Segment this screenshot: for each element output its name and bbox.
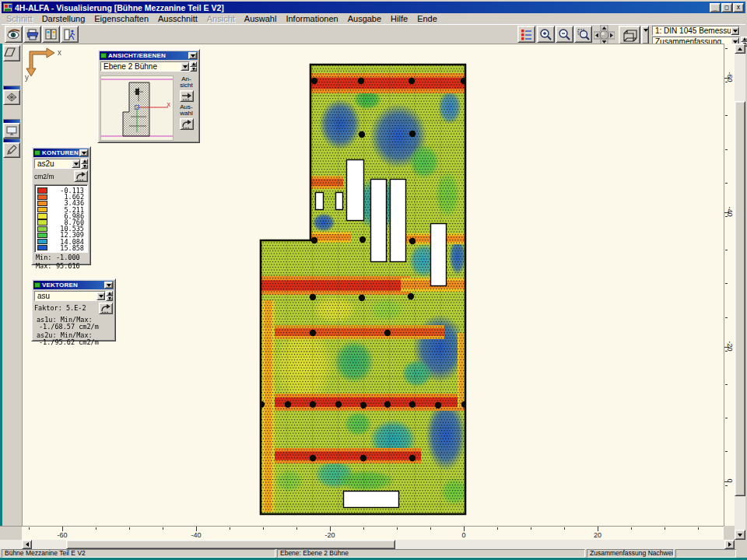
plan-thumbnail[interactable]: x (100, 75, 174, 141)
legend-row: 15.858 (37, 245, 86, 251)
printer-icon (26, 28, 40, 41)
ruler-tick (430, 527, 431, 530)
scroll-left-icon[interactable] (22, 540, 32, 549)
spinner-down-icon[interactable] (106, 296, 113, 302)
left-toolbox (2, 44, 22, 526)
app-icon[interactable] (3, 3, 12, 12)
menu-item-schnitt: Schnitt (2, 14, 37, 23)
chevron-down-icon[interactable] (96, 292, 105, 300)
kontur-spinner[interactable] (81, 159, 88, 169)
zoom-out-button[interactable] (556, 26, 573, 43)
spinner-down-icon[interactable] (81, 164, 88, 170)
scroll-down-icon[interactable] (735, 530, 745, 540)
vektor-line: -1./68.57 cm2/m (39, 324, 114, 331)
close-button[interactable]: x (733, 3, 744, 12)
ruler-tick (230, 527, 230, 530)
zoom-out-icon (558, 28, 572, 41)
ruler-label: -20 (726, 340, 734, 352)
view-3d-button[interactable] (619, 26, 640, 44)
legend-swatch (37, 226, 47, 232)
ruler-label: 20 (591, 531, 604, 539)
vektor-combo[interactable]: asu (34, 291, 106, 301)
vertical-scroll-thumb[interactable] (735, 101, 745, 496)
ebene-spinner[interactable] (190, 61, 197, 72)
panel-collapse-icon[interactable] (104, 282, 113, 289)
title-bar[interactable]: 4H-ALFA - Visualisierung [Bühne Mezzanin… (2, 2, 745, 13)
panel-title: VEKTOREN (42, 282, 104, 289)
zoom-in-button[interactable] (537, 26, 555, 43)
horizontal-scrollbar[interactable] (0, 540, 735, 549)
minimized-panel-display[interactable] (3, 119, 20, 138)
apply-view-button[interactable] (180, 90, 194, 102)
exit-button[interactable] (61, 26, 79, 43)
chevron-down-icon[interactable] (181, 62, 189, 71)
vektor-spinner[interactable] (106, 291, 113, 301)
menu-item-ausschnitt[interactable]: Ausschnitt (153, 14, 202, 23)
ruler-tick (497, 527, 498, 530)
minimized-panel-mesh[interactable] (3, 86, 20, 105)
menu-item-darstellung[interactable]: Darstellung (37, 14, 90, 23)
ruler-label: -60 (726, 71, 734, 83)
plane-select-button[interactable] (3, 45, 20, 61)
ruler-tick (296, 527, 297, 530)
mesh-grid-icon (5, 91, 18, 103)
maximize-button[interactable]: □ (721, 3, 732, 12)
report-preview-button[interactable] (42, 26, 60, 43)
panel-collapse-icon[interactable] (79, 149, 88, 156)
ebene-combo[interactable]: Ebene 2 Bühne (100, 61, 190, 72)
menu-item-ende[interactable]: Ende (412, 14, 442, 23)
pick-selection-button[interactable] (180, 118, 194, 130)
book-icon (44, 28, 58, 41)
menu-item-ausgabe[interactable]: Ausgabe (343, 14, 386, 23)
ruler-tick (129, 527, 130, 530)
panel-collapse-icon[interactable] (188, 52, 197, 59)
ruler-tick (531, 527, 531, 530)
edit-panel-button[interactable] (3, 142, 20, 158)
horizontal-scroll-thumb[interactable] (66, 540, 395, 549)
ruler-tick (725, 48, 728, 49)
design-combo-value: 1: DIN 1045 Bemessung (653, 26, 731, 35)
ruler-tick (725, 418, 728, 418)
view-options-button[interactable] (5, 26, 23, 43)
panel-icon (34, 150, 40, 156)
apply-vektor-button[interactable] (99, 303, 113, 314)
menu-item-hilfe[interactable]: Hilfe (386, 14, 412, 23)
ruler-label: -40 (190, 531, 202, 539)
zoom-window-icon (577, 28, 591, 41)
vektoren-title-bar[interactable]: VEKTOREN (33, 281, 114, 289)
chevron-down-icon[interactable] (72, 159, 80, 168)
konturen-panel: KONTUREN as2u cm2/m -0.1131.66 (31, 146, 91, 265)
scroll-right-icon[interactable] (724, 540, 735, 549)
minimize-button[interactable]: _ (710, 3, 721, 12)
chevron-down-icon[interactable] (731, 26, 739, 35)
pencil-icon (5, 144, 18, 156)
apply-kontur-button[interactable] (74, 170, 88, 182)
scroll-up-icon[interactable] (735, 44, 745, 54)
konturen-title-bar[interactable]: KONTUREN (33, 149, 89, 157)
spinner-down-icon[interactable] (190, 67, 197, 72)
vertical-scrollbar[interactable] (735, 44, 745, 540)
thumbnail-x-label: x (167, 100, 171, 108)
window-title: 4H-ALFA - Visualisierung [Bühne Mezzanin… (15, 3, 224, 12)
ruler-tick (363, 527, 364, 530)
vektoren-panel: VEKTOREN asu Faktor: 5.E-2 as1 (31, 278, 116, 341)
mesh-panel-button[interactable] (3, 89, 20, 105)
design-combo[interactable]: 1: DIN 1045 Bemessung (652, 26, 740, 36)
ansicht-title-bar[interactable]: ANSICHT/EBENEN (100, 51, 198, 60)
ruler-label: 0 (458, 531, 470, 539)
kontur-combo[interactable]: as2u (34, 159, 81, 169)
toolbar: 1: DIN 1045 Bemessung Zusammenfassung (2, 24, 745, 44)
structure-tree-button[interactable] (517, 26, 535, 43)
menu-item-ansicht: Ansicht (202, 14, 240, 23)
view-3d-dropdown[interactable] (641, 26, 649, 44)
vektor-line: -1./95.62 cm2/m (39, 339, 114, 346)
display-panel-button[interactable] (3, 123, 20, 138)
menu-item-eigenschaften[interactable]: Eigenschaften (89, 14, 153, 23)
print-button[interactable] (23, 26, 41, 43)
select-label: Aus- wahl (175, 104, 198, 117)
minimized-panel-edit[interactable] (3, 138, 20, 158)
zoom-window-button[interactable] (574, 26, 592, 43)
menu-item-auswahl[interactable]: Auswahl (240, 14, 282, 23)
menu-item-informationen[interactable]: Informationen (281, 14, 342, 23)
legend-min: Min:-1.000 (36, 254, 86, 261)
